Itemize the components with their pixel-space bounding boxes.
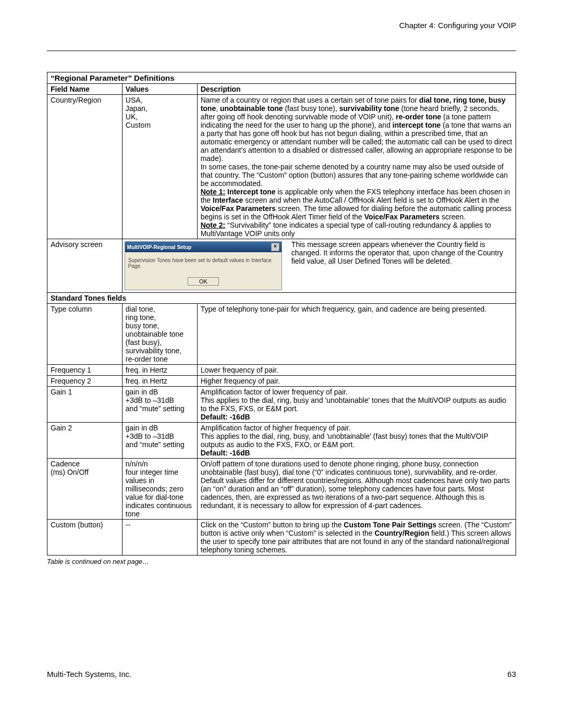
field-custom: Custom (button) [47,520,123,556]
values-country: USA, Japan, UK, Custom [122,95,197,239]
desc-freq1: Lower frequency of pair. [197,365,516,376]
values-custom: -- [122,520,197,556]
table-continued-note: Table is continued on next page… [47,558,516,565]
page-number: 63 [507,670,516,678]
section-standard-tones: Standard Tones fields [47,293,516,304]
values-cadence: n/n/n/n four integer time values in mill… [122,459,197,520]
ok-button[interactable]: OK [188,277,219,286]
desc-type: Type of telephony tone-pair for which fr… [197,304,516,365]
close-icon[interactable]: × [271,243,279,251]
field-cadence: Cadence (ms) On/Off [47,459,123,520]
definitions-table: “Regional Parameter” Definitions Field N… [47,72,516,556]
field-type: Type column [47,304,123,365]
desc-gain1: Amplification factor of lower frequency … [197,387,516,423]
advisory-dialog: MultiVOIP-Regional Setup × Supervision T… [125,241,282,290]
field-gain2: Gain 2 [47,423,123,459]
chapter-header: Chapter 4: Configuring your VOIP [47,21,516,30]
dialog-title: MultiVOIP-Regional Setup [127,244,191,250]
desc-custom: Click on the “Custom” button to bring up… [197,520,516,556]
field-gain1: Gain 1 [47,387,123,423]
desc-advisory: This message screen appears whenever the… [288,239,516,292]
values-gain1: gain in dB +3dB to –31dB and “mute” sett… [122,387,197,423]
col-values: Values [122,84,197,95]
table-title: “Regional Parameter” Definitions [47,72,516,84]
values-type: dial tone, ring tone, busy tone, unobtai… [122,304,197,365]
field-freq2: Frequency 2 [47,376,123,387]
values-freq1: freq. in Hertz [122,365,197,376]
desc-country: Name of a country or region that uses a … [197,95,516,239]
desc-cadence: On/off pattern of tone durations used to… [197,459,516,520]
col-description: Description [197,84,516,95]
desc-gain2: Amplification factor of higher frequency… [197,423,516,459]
dialog-text: Supervision Tones have been set to defau… [125,252,282,274]
desc-freq2: Higher frequency of pair. [197,376,516,387]
header-rule [47,51,516,51]
field-country: Country/Region [47,95,123,239]
footer-company: Multi-Tech Systems, Inc. [47,670,132,678]
col-field-name: Field Name [47,84,123,95]
field-freq1: Frequency 1 [47,365,123,376]
field-advisory: Advisory screen [47,239,123,293]
values-gain2: gain in dB +3dB to –31dB and “mute” sett… [122,423,197,459]
values-freq2: freq. in Hertz [122,376,197,387]
